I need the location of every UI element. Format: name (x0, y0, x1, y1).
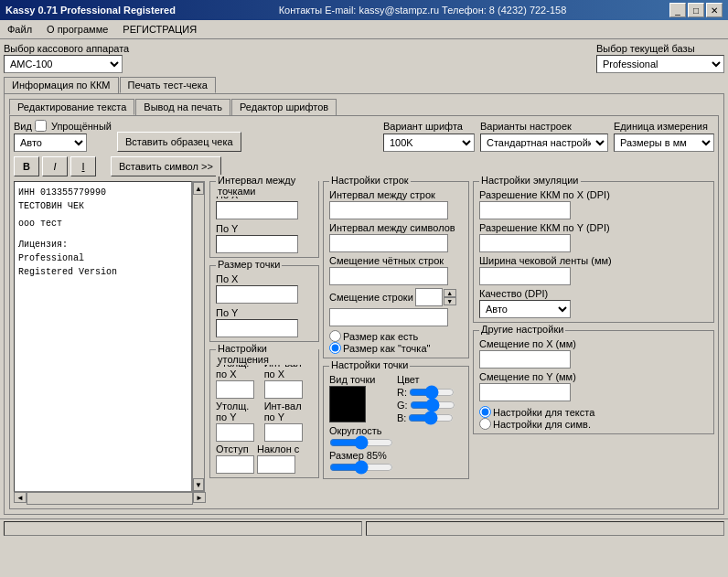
dpi-y-input[interactable]: 97 (479, 234, 571, 252)
subtab-print[interactable]: Вывод на печать (135, 99, 230, 115)
status-panel-1 (4, 521, 362, 536)
interval-x2-input[interactable]: 0 (264, 380, 303, 399)
quality-select[interactable]: Авто (479, 300, 571, 318)
preview-line5: Professional (18, 251, 187, 265)
r-slider[interactable] (409, 387, 455, 398)
right-columns: Интервал между точками По X 0 По Y 0 Раз (209, 181, 714, 505)
tape-width-input[interactable]: 57,5 (479, 267, 571, 285)
menu-file[interactable]: Файл (4, 22, 36, 37)
size-as-point-radio[interactable] (329, 342, 341, 354)
font-select[interactable]: Авто (14, 134, 87, 152)
window-controls[interactable]: _ □ ✕ (669, 3, 723, 17)
offset-input[interactable]: -2 (216, 455, 254, 474)
settings-variant-select[interactable]: Стандартная настройка (480, 134, 608, 152)
preview-line2: ТЕСТОВИН ЧЕК (18, 199, 187, 213)
interval-y-input[interactable]: 0 (216, 235, 298, 253)
tab-test-receipt[interactable]: Печать тест-чека (120, 77, 216, 93)
device-selector-group: Выбор кассового аппарата АМС-100 (4, 43, 129, 73)
device-selector-label: Выбор кассового аппарата (4, 43, 129, 54)
tilt-input[interactable]: 5 (257, 455, 295, 474)
dot-type-label: Вид точки (329, 374, 393, 385)
insert-sample-button[interactable]: Вставить образец чека (117, 132, 241, 152)
thickening-label: Настройки утолщения (216, 343, 318, 365)
line-offset-input[interactable]: 0 (329, 308, 448, 326)
title-bar: Kassy 0.71 Professional Registered Конта… (0, 0, 728, 20)
unit-select[interactable]: Размеры в мм (614, 134, 714, 152)
even-lines-input[interactable]: 0 (329, 267, 448, 285)
tilt-label: Наклон с (257, 443, 299, 454)
g-slider[interactable] (410, 400, 455, 411)
main-tabs: Информация по ККМ Печать тест-чека (4, 77, 724, 93)
menu-register[interactable]: РЕГИСТРАЦИЯ (119, 22, 200, 37)
h-scroll-right[interactable]: ► (193, 492, 206, 503)
preview-line6: Registered Version (18, 265, 187, 279)
subtab-edit-text[interactable]: Редактирование текста (9, 99, 134, 115)
settings-variant-label: Варианты настроек (480, 121, 608, 132)
scrollbar-up[interactable]: ▲ (193, 182, 204, 195)
subtab-font-editor[interactable]: Редактор шрифтов (231, 99, 337, 115)
line-offset-spin-input[interactable]: 1 (415, 288, 443, 306)
h-scroll-left[interactable]: ◄ (14, 492, 27, 503)
preview-line3: ооо тест (18, 217, 187, 230)
point-x-input[interactable]: 0,31 (216, 285, 298, 304)
interval-y2-input[interactable]: 0 (264, 423, 303, 442)
b-slider[interactable] (408, 412, 454, 423)
char-interval-input[interactable]: -1 (329, 234, 448, 252)
thick-y-input[interactable]: 1 (216, 423, 254, 442)
point-y-input[interactable]: 0,26 (216, 319, 298, 337)
simplified-checkbox[interactable] (35, 120, 47, 132)
dot-settings-group: Настройки точки Вид точки Округлость Раз… (323, 366, 469, 479)
menu-about[interactable]: О программе (43, 22, 112, 37)
roundness-slider[interactable] (329, 437, 393, 448)
underline-button[interactable]: I (70, 156, 96, 176)
italic-button[interactable]: I (42, 156, 68, 176)
line-interval-label: Интервал между строк (329, 189, 463, 200)
point-size-group: Размер точки По X 0,31 По Y 0,26 (209, 265, 319, 342)
size-slider[interactable] (329, 462, 393, 473)
main-editing-area: ИНН 013355779990 ТЕСТОВИН ЧЕК ооо тест Л… (14, 181, 714, 505)
spinner-buttons[interactable]: ▲ ▼ (444, 289, 456, 305)
line-offset-label: Смещение строки (329, 292, 413, 303)
main-content: Выбор кассового аппарата АМС-100 Выбор т… (0, 39, 728, 518)
tab-kkm-info[interactable]: Информация по ККМ (4, 77, 119, 93)
status-bar (0, 518, 728, 538)
status-panel-2 (366, 521, 724, 536)
for-text-radio[interactable] (479, 406, 491, 418)
spin-down[interactable]: ▼ (444, 297, 456, 305)
bold-button[interactable]: B (14, 156, 39, 176)
emulation-group: Настройки эмуляции Разрешение ККМ по X (… (473, 181, 714, 323)
color-label: Цвет (397, 374, 455, 385)
offset-x-label: Смещение по X (мм) (479, 338, 708, 349)
menu-bar: Файл О программе РЕГИСТРАЦИЯ (0, 20, 728, 39)
other-settings-label: Другие настройки (479, 324, 565, 335)
device-selector[interactable]: АМС-100 (4, 55, 123, 73)
font-variant-label: Вариант шрифта (383, 121, 475, 132)
close-button[interactable]: ✕ (706, 3, 723, 17)
size-as-is-radio[interactable] (329, 330, 341, 342)
dpi-x-input[interactable]: 81 (479, 201, 571, 219)
line-interval-input[interactable]: 1 (329, 201, 448, 219)
minimize-button[interactable]: _ (669, 3, 686, 17)
size-as-point-label: Размер как "точка" (343, 343, 430, 354)
maximize-button[interactable]: □ (688, 3, 704, 17)
spin-up[interactable]: ▲ (444, 289, 456, 297)
insert-symbol-button[interactable]: Вставить символ >> (111, 156, 221, 176)
emulation-label: Настройки эмуляции (479, 175, 581, 186)
font-variant-select[interactable]: 100K (383, 134, 475, 152)
base-selector[interactable]: Professional (596, 55, 724, 73)
scrollbar-down[interactable]: ▼ (193, 478, 204, 491)
for-text-label: Настройки для текста (493, 407, 594, 418)
point-size-label: Размер точки (216, 259, 282, 270)
quality-label: Качество (DPI) (479, 288, 708, 299)
offset-x-input[interactable]: 8,5 (479, 350, 571, 369)
even-lines-label: Смещение чётных строк (329, 255, 463, 266)
thick-x-input[interactable]: 2 (216, 380, 254, 399)
view-label: Вид (14, 121, 32, 132)
size-as-is-label: Размер как есть (343, 331, 418, 342)
h-scrollbar-track (27, 492, 193, 505)
offset-y-input[interactable]: 16 (479, 383, 571, 401)
dot-color-box[interactable] (329, 386, 366, 422)
unit-label: Единица измерения (614, 121, 714, 132)
for-symbol-radio[interactable] (479, 418, 491, 430)
interval-x-input[interactable]: 0 (216, 201, 298, 219)
